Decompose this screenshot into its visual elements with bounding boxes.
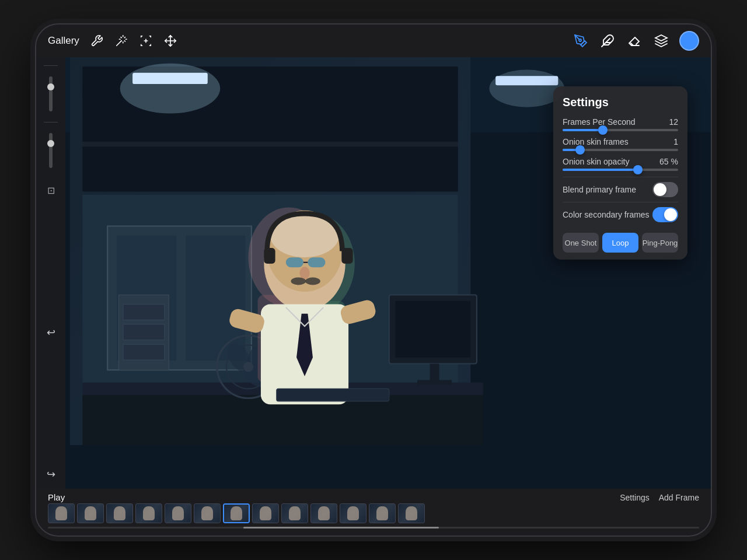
- color-secondary-toggle[interactable]: [652, 207, 678, 222]
- color-secondary-label: Color secondary frames: [563, 210, 650, 219]
- play-label[interactable]: Play: [48, 492, 65, 502]
- onion-frames-value: 1: [673, 137, 678, 146]
- fps-label: Frames Per Second: [563, 117, 636, 127]
- one-shot-button[interactable]: One Shot: [563, 233, 599, 253]
- pen-tool-icon[interactable]: [572, 32, 589, 50]
- onion-frames-slider-track[interactable]: [563, 149, 678, 151]
- svg-point-49: [291, 278, 306, 285]
- blend-primary-toggle[interactable]: [652, 182, 678, 197]
- top-bar: Gallery: [36, 24, 711, 57]
- fps-slider-track[interactable]: [563, 129, 678, 131]
- svg-point-50: [305, 278, 320, 285]
- svg-point-48: [299, 267, 309, 279]
- frame-thumb-8[interactable]: [252, 503, 279, 523]
- frame-thumb-3[interactable]: [106, 503, 133, 523]
- svg-rect-24: [123, 324, 165, 340]
- sidebar-divider-2: [44, 122, 58, 123]
- selection-icon[interactable]: [139, 34, 153, 48]
- eraser-tool-icon[interactable]: [626, 32, 643, 50]
- onion-opacity-label: Onion skin opacity: [563, 157, 629, 166]
- fps-slider-fill: [563, 129, 603, 131]
- bottom-bar: Play Settings Add Frame: [36, 489, 711, 536]
- loop-button[interactable]: Loop: [602, 233, 638, 253]
- svg-rect-21: [186, 236, 245, 360]
- onion-frames-setting-row: Onion skin frames 1: [563, 137, 678, 151]
- scroll-thumb: [243, 527, 439, 528]
- screen-button[interactable]: ⊡: [41, 181, 60, 200]
- brush-size-slider[interactable]: [49, 76, 53, 111]
- wrench-icon[interactable]: [90, 34, 104, 48]
- svg-point-33: [243, 362, 253, 372]
- top-bar-right: [572, 31, 699, 51]
- onion-opacity-slider-thumb[interactable]: [633, 165, 643, 174]
- frame-thumb-12[interactable]: [369, 503, 396, 523]
- sidebar-divider-1: [44, 65, 58, 66]
- onion-frames-label: Onion skin frames: [563, 137, 629, 146]
- svg-marker-7: [655, 35, 667, 41]
- svg-rect-37: [417, 380, 452, 385]
- frame-thumb-2[interactable]: [77, 503, 104, 523]
- frame-thumb-5[interactable]: [165, 503, 191, 523]
- blend-primary-knob: [654, 183, 666, 196]
- onion-opacity-value: 65 %: [659, 157, 678, 166]
- settings-label[interactable]: Settings: [620, 493, 650, 502]
- undo-button[interactable]: ↩: [42, 324, 60, 341]
- svg-rect-51: [264, 248, 275, 264]
- opacity-slider[interactable]: [49, 133, 53, 168]
- fps-setting-row: Frames Per Second 12: [563, 117, 678, 131]
- svg-rect-36: [430, 364, 439, 383]
- settings-panel: Settings Frames Per Second 12 Onion skin…: [553, 86, 687, 260]
- onion-frames-slider-thumb[interactable]: [575, 145, 585, 155]
- color-circle[interactable]: [679, 31, 699, 51]
- frame-thumb-13[interactable]: [398, 503, 425, 523]
- add-frame-label[interactable]: Add Frame: [659, 493, 699, 502]
- top-bar-left: Gallery: [48, 34, 177, 48]
- frame-thumb-11[interactable]: [340, 503, 366, 523]
- svg-rect-25: [123, 344, 165, 360]
- blend-primary-label: Blend primary frame: [563, 185, 636, 194]
- svg-point-13: [120, 64, 221, 114]
- transform-icon[interactable]: [163, 34, 177, 48]
- svg-point-4: [579, 39, 581, 41]
- color-secondary-row: Color secondary frames: [563, 202, 678, 227]
- frames-strip: [36, 503, 711, 527]
- ping-pong-button[interactable]: Ping-Pong: [642, 233, 678, 253]
- frame-thumb-1[interactable]: [48, 503, 75, 523]
- gallery-button[interactable]: Gallery: [48, 35, 79, 47]
- onion-opacity-slider-track[interactable]: [563, 169, 678, 171]
- frame-thumb-7[interactable]: [223, 503, 250, 523]
- onion-opacity-setting-row: Onion skin opacity 65 %: [563, 157, 678, 171]
- svg-rect-16: [495, 76, 558, 85]
- svg-rect-17: [82, 142, 458, 147]
- frame-thumb-6[interactable]: [194, 503, 221, 523]
- fps-value: 12: [669, 117, 678, 127]
- nib-tool-icon[interactable]: [599, 32, 616, 50]
- scroll-indicator[interactable]: [48, 527, 699, 528]
- svg-rect-52: [341, 248, 352, 264]
- onion-opacity-label-row: Onion skin opacity 65 %: [563, 157, 678, 166]
- redo-button[interactable]: ↪: [42, 466, 60, 483]
- bottom-actions: Settings Add Frame: [620, 493, 699, 502]
- left-sidebar: ⊡ ↩ ↪: [36, 57, 65, 489]
- onion-opacity-slider-fill: [563, 169, 638, 171]
- frame-thumb-9[interactable]: [281, 503, 308, 523]
- svg-rect-23: [123, 304, 165, 320]
- main-content: ⊡ ↩ ↪ Settings Frames Per Second 12: [36, 57, 711, 489]
- playback-buttons: One Shot Loop Ping-Pong: [563, 233, 678, 253]
- frame-thumb-4[interactable]: [135, 503, 162, 523]
- fps-slider-thumb[interactable]: [598, 125, 608, 135]
- svg-rect-45: [286, 257, 303, 267]
- magic-wand-icon[interactable]: [114, 34, 128, 48]
- svg-rect-46: [308, 257, 325, 267]
- bottom-bar-top: Play Settings Add Frame: [36, 489, 711, 503]
- fps-label-row: Frames Per Second 12: [563, 117, 678, 127]
- layers-tool-icon[interactable]: [652, 32, 670, 50]
- svg-rect-56: [277, 388, 389, 401]
- blend-primary-row: Blend primary frame: [563, 177, 678, 202]
- settings-title: Settings: [563, 96, 678, 109]
- device-frame: Gallery: [35, 23, 712, 537]
- svg-rect-35: [396, 301, 471, 358]
- svg-rect-14: [132, 73, 208, 84]
- color-secondary-knob: [664, 208, 677, 221]
- frame-thumb-10[interactable]: [310, 503, 337, 523]
